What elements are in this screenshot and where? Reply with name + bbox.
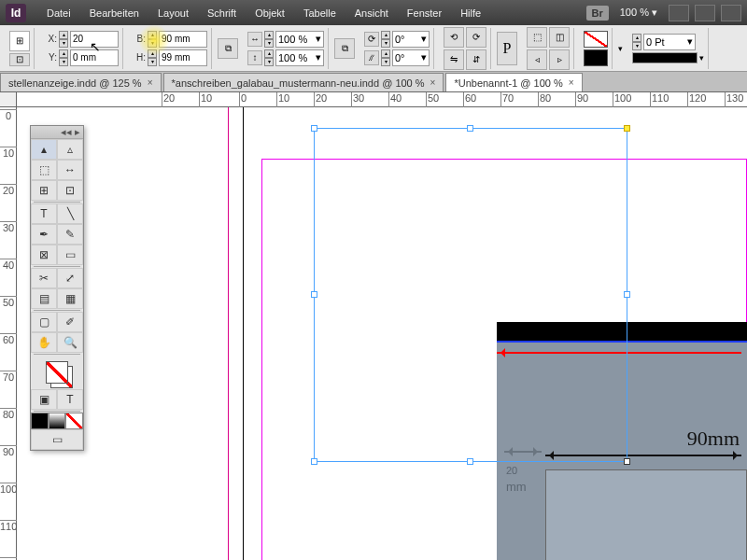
menu-tabelle[interactable]: Tabelle: [294, 7, 345, 19]
h-input[interactable]: [159, 49, 207, 66]
flip-v-icon[interactable]: ⇵: [466, 49, 486, 70]
free-transform-tool[interactable]: ⤢: [57, 268, 83, 288]
content-placer-tool[interactable]: ⊡: [57, 180, 83, 201]
document-canvas[interactable]: 90mm 20mm: [17, 107, 747, 560]
scissors-tool[interactable]: ✂: [31, 268, 57, 288]
h-spinner[interactable]: ▴▾: [148, 49, 157, 66]
collapse-icon[interactable]: ◂◂: [61, 126, 72, 138]
scale-x-select[interactable]: 100 %▾: [275, 31, 324, 48]
selection-tool[interactable]: ▴: [31, 139, 57, 160]
pencil-tool[interactable]: ✎: [57, 224, 83, 245]
direct-selection-tool[interactable]: ▵: [57, 139, 83, 160]
menu-hilfe[interactable]: Hilfe: [451, 7, 490, 19]
rotate-cw-icon[interactable]: ⟳: [466, 27, 486, 48]
tools-panel-header[interactable]: ◂◂▸: [31, 126, 83, 139]
guide-vertical[interactable]: [228, 107, 229, 560]
view-mode-tool[interactable]: ▭: [31, 429, 83, 450]
sx-spinner[interactable]: ▴▾: [264, 31, 274, 48]
handle-s[interactable]: [467, 458, 473, 465]
x-spinner[interactable]: ▴▾: [59, 31, 68, 48]
hand-tool[interactable]: ✋: [31, 332, 57, 353]
ruler-horizontal[interactable]: 20 10 0 10 20 30 40 50 60 70 80 90 100 1…: [17, 92, 747, 107]
ruler-vertical[interactable]: 0 10 20 30 40 50 60 70 80 90 100 110 120: [0, 107, 17, 560]
format-container-icon[interactable]: ▣: [31, 389, 57, 410]
rectangle-frame-tool[interactable]: ⊠: [31, 245, 57, 265]
eyedropper-tool[interactable]: ✐: [57, 312, 83, 332]
selection-frame[interactable]: [314, 128, 627, 462]
reference-grid-icon[interactable]: ⊡: [9, 53, 30, 66]
handle-se[interactable]: [624, 458, 630, 465]
gap-tool[interactable]: ↔: [57, 160, 83, 180]
tab-stellenanzeige[interactable]: stellenanzeige.indd @ 125 %×: [0, 73, 162, 91]
swatch-dropdown-icon[interactable]: ▾: [618, 44, 623, 53]
handle-sw[interactable]: [311, 458, 317, 465]
panel-menu-icon[interactable]: ▸: [75, 126, 80, 138]
apply-color-row[interactable]: [31, 413, 83, 429]
menu-objekt[interactable]: Objekt: [246, 7, 294, 19]
stroke-style-arrow-icon[interactable]: ▾: [699, 53, 704, 63]
bridge-button[interactable]: Br: [586, 6, 609, 21]
y-input[interactable]: [70, 49, 119, 66]
zoom-tool[interactable]: 🔍: [57, 332, 83, 353]
menu-layout[interactable]: Layout: [148, 7, 198, 19]
menu-fenster[interactable]: Fenster: [398, 7, 451, 19]
reference-point-icon[interactable]: ⊞: [9, 31, 30, 51]
close-icon[interactable]: ×: [430, 77, 436, 88]
apply-black-icon[interactable]: [31, 413, 49, 429]
type-tool[interactable]: T: [31, 203, 57, 224]
note-tool[interactable]: ▢: [31, 312, 57, 332]
pen-tool[interactable]: ✒: [31, 224, 57, 245]
menu-schrift[interactable]: Schrift: [198, 7, 246, 19]
tools-panel[interactable]: ◂◂▸ ▴ ▵ ⬚ ↔ ⊞ ⊡ T ╲ ✒ ✎ ⊠ ▭ ✂ ⤢ ▤ ▦ ▢ ✐ …: [30, 125, 84, 451]
handle-nw[interactable]: [311, 125, 317, 132]
apply-none-icon[interactable]: [65, 413, 83, 429]
tab-anschreiben[interactable]: *anschreiben_galabau_mustermann-neu.indd…: [163, 73, 444, 91]
constrain-scale-icon[interactable]: ⧉: [334, 38, 355, 59]
handle-e[interactable]: [624, 291, 630, 298]
page-tool[interactable]: ⬚: [31, 160, 57, 180]
handle-ne[interactable]: [624, 125, 630, 132]
select-content-icon[interactable]: ◫: [549, 27, 570, 48]
stroke-swatch[interactable]: [584, 49, 608, 66]
scale-y-select[interactable]: 100 %▾: [275, 49, 324, 66]
y-spinner[interactable]: ▴▾: [59, 49, 68, 66]
gradient-feather-tool[interactable]: ▦: [57, 288, 83, 309]
rotate-select[interactable]: 0°▾: [392, 31, 430, 48]
flip-h-icon[interactable]: ⇋: [444, 49, 464, 70]
menu-bearbeiten[interactable]: Bearbeiten: [80, 7, 148, 19]
stroke-weight-select[interactable]: 0 Pt▾: [643, 34, 696, 50]
line-tool[interactable]: ╲: [57, 203, 83, 224]
close-icon[interactable]: ×: [148, 77, 153, 88]
content-collector-tool[interactable]: ⊞: [31, 180, 57, 201]
shear-spinner[interactable]: ▴▾: [381, 49, 390, 66]
stroke-spinner[interactable]: ▴▾: [632, 34, 641, 50]
handle-n[interactable]: [467, 125, 473, 132]
stroke-style-select[interactable]: [632, 52, 698, 63]
handle-w[interactable]: [311, 291, 317, 298]
view-mode-icon[interactable]: [669, 5, 689, 21]
select-container-icon[interactable]: ⬚: [527, 27, 547, 48]
gradient-swatch-tool[interactable]: ▤: [31, 288, 57, 309]
p-reference-icon[interactable]: P: [497, 32, 517, 65]
x-input[interactable]: [70, 31, 119, 48]
rectangle-tool[interactable]: ▭: [57, 245, 83, 265]
screen-mode-icon[interactable]: [695, 5, 715, 21]
apply-gradient-icon[interactable]: [49, 413, 66, 429]
shear-select[interactable]: 0°▾: [392, 49, 430, 66]
select-prev-icon[interactable]: ◃: [527, 49, 547, 70]
sy-spinner[interactable]: ▴▾: [264, 49, 274, 66]
select-next-icon[interactable]: ▹: [549, 49, 570, 70]
fill-stroke-swatch[interactable]: [31, 356, 83, 389]
constrain-wh-icon[interactable]: ⧉: [218, 38, 238, 59]
menu-datei[interactable]: Datei: [37, 7, 80, 19]
ruler-origin[interactable]: [0, 92, 17, 107]
tab-unbenannt[interactable]: *Unbenannt-1 @ 100 %×: [445, 73, 582, 91]
rot-spinner[interactable]: ▴▾: [381, 31, 390, 48]
format-text-icon[interactable]: T: [57, 389, 83, 410]
menu-ansicht[interactable]: Ansicht: [345, 7, 398, 19]
w-spinner[interactable]: ▴▾: [148, 31, 157, 48]
w-input[interactable]: [159, 31, 207, 48]
close-icon[interactable]: ×: [569, 77, 574, 88]
arrange-icon[interactable]: [721, 5, 741, 21]
fill-swatch[interactable]: [584, 31, 608, 48]
